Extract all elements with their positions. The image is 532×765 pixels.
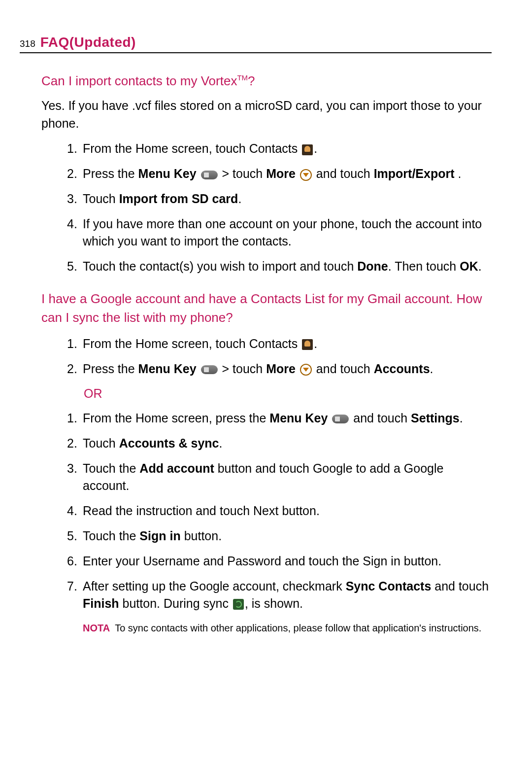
trademark-symbol: TM	[237, 73, 248, 82]
list-item: 3. Touch the Add account button and touc…	[67, 460, 492, 494]
contacts-icon	[302, 144, 313, 155]
menu-key-icon	[201, 365, 218, 374]
section-title: FAQ(Updated)	[40, 35, 136, 50]
step-text: .	[314, 141, 317, 155]
bold-label: Settings	[411, 411, 460, 425]
bold-label: More	[266, 362, 296, 376]
step-text: , is shown.	[245, 596, 303, 610]
bold-label: More	[266, 167, 296, 180]
list-item: 6. Enter your Username and Password and …	[67, 553, 492, 570]
step-text: Touch the	[83, 461, 139, 475]
step-text: Touch the contact(s) you wish to import …	[83, 259, 357, 273]
list-item: 4. Read the instruction and touch Next b…	[67, 502, 492, 520]
step-text: .	[455, 167, 462, 180]
step-text: and touch	[431, 579, 489, 593]
step-number: 5.	[67, 527, 77, 545]
list-item: 3. Touch Import from SD card.	[67, 190, 492, 208]
list-item: 4. If you have more than one account on …	[67, 215, 492, 250]
list-item: 5. Touch the Sign in button.	[67, 527, 492, 545]
step-text: .	[219, 436, 223, 450]
step-text: button. During sync	[119, 596, 232, 610]
step-text: > touch	[219, 167, 266, 180]
note-block: NOTA To sync contacts with other applica…	[83, 621, 492, 635]
step-text: .	[430, 362, 433, 376]
bold-label: Add account	[139, 461, 214, 475]
step-text: .	[478, 259, 482, 273]
q1-title-pre: Can I import contacts to my Vortex	[41, 73, 237, 88]
q2-steps-a: 1. From the Home screen, touch Contacts …	[41, 335, 492, 378]
bold-label: Menu Key	[269, 411, 328, 425]
step-number: 4.	[67, 215, 77, 233]
step-number: 1.	[67, 335, 77, 352]
step-number: 2.	[67, 165, 77, 182]
step-text: Press the	[83, 362, 138, 376]
bold-label: OK	[460, 259, 478, 273]
step-number: 7.	[67, 578, 77, 595]
step-number: 1.	[67, 410, 77, 427]
q1-title-post: ?	[248, 73, 255, 88]
step-text: .	[314, 337, 317, 350]
list-item: 2. Press the Menu Key > touch More and t…	[67, 165, 492, 182]
list-item: 2. Press the Menu Key > touch More and t…	[67, 360, 492, 378]
page-number: 318	[20, 38, 35, 49]
list-item: 2. Touch Accounts & sync.	[67, 435, 492, 452]
page-content: Can I import contacts to my VortexTM? Ye…	[20, 72, 492, 635]
q2-steps-b: 1. From the Home screen, press the Menu …	[41, 410, 492, 612]
step-text: button.	[181, 529, 222, 543]
more-icon	[300, 169, 312, 181]
bold-label: Sign in	[139, 529, 180, 543]
bold-label: Menu Key	[138, 167, 197, 180]
step-text: If you have more than one account on you…	[83, 217, 482, 248]
step-text: and touch	[350, 411, 411, 425]
list-item: 5. Touch the contact(s) you wish to impo…	[67, 258, 492, 275]
bold-label: Accounts & sync	[119, 436, 219, 450]
step-text: From the Home screen, touch Contacts	[83, 141, 301, 155]
q1-intro: Yes. If you have .vcf files stored on a …	[41, 97, 492, 133]
step-text: Touch	[83, 192, 119, 206]
faq-question-1: Can I import contacts to my VortexTM?	[41, 72, 492, 91]
step-text: From the Home screen, press the	[83, 411, 269, 425]
step-text: and touch	[313, 362, 374, 376]
bold-label: Done	[357, 259, 388, 273]
menu-key-icon	[332, 415, 349, 423]
menu-key-icon	[201, 171, 218, 179]
list-item: 1. From the Home screen, press the Menu …	[67, 410, 492, 427]
bold-label: Finish	[83, 596, 119, 610]
faq-question-2: I have a Google account and have a Conta…	[41, 290, 492, 327]
step-number: 4.	[67, 502, 77, 520]
list-item: 1. From the Home screen, touch Contacts …	[67, 335, 492, 352]
step-text: Enter your Username and Password and tou…	[83, 554, 441, 568]
step-text: > touch	[219, 362, 266, 376]
step-number: 2.	[67, 435, 77, 452]
manual-page: 318 FAQ(Updated) Can I import contacts t…	[0, 0, 532, 765]
bold-label: Import from SD card	[119, 192, 238, 206]
step-number: 6.	[67, 553, 77, 570]
step-text: and touch	[313, 167, 374, 180]
note-label: NOTA	[83, 621, 110, 635]
step-text: . Then touch	[388, 259, 460, 273]
more-icon	[300, 364, 312, 376]
list-item: 7. After setting up the Google account, …	[67, 578, 492, 612]
step-text: Read the instruction and touch Next butt…	[83, 504, 320, 518]
step-text: .	[238, 192, 241, 206]
step-text: .	[460, 411, 463, 425]
q1-steps: 1. From the Home screen, touch Contacts …	[41, 140, 492, 275]
or-label: OR	[84, 386, 492, 401]
step-number: 3.	[67, 460, 77, 477]
step-text: Touch the	[83, 529, 139, 543]
contacts-icon	[302, 339, 313, 350]
page-header: 318 FAQ(Updated)	[20, 35, 492, 53]
note-text: To sync contacts with other applications…	[115, 621, 492, 635]
sync-icon	[233, 599, 244, 610]
step-text: After setting up the Google account, che…	[83, 579, 346, 593]
bold-label: Import/Export	[374, 167, 455, 180]
list-item: 1. From the Home screen, touch Contacts …	[67, 140, 492, 157]
step-number: 3.	[67, 190, 77, 208]
step-number: 1.	[67, 140, 77, 157]
step-text: From the Home screen, touch Contacts	[83, 337, 301, 350]
step-number: 2.	[67, 360, 77, 378]
step-text: Touch	[83, 436, 119, 450]
bold-label: Menu Key	[138, 362, 197, 376]
bold-label: Sync Contacts	[346, 579, 432, 593]
bold-label: Accounts	[374, 362, 430, 376]
